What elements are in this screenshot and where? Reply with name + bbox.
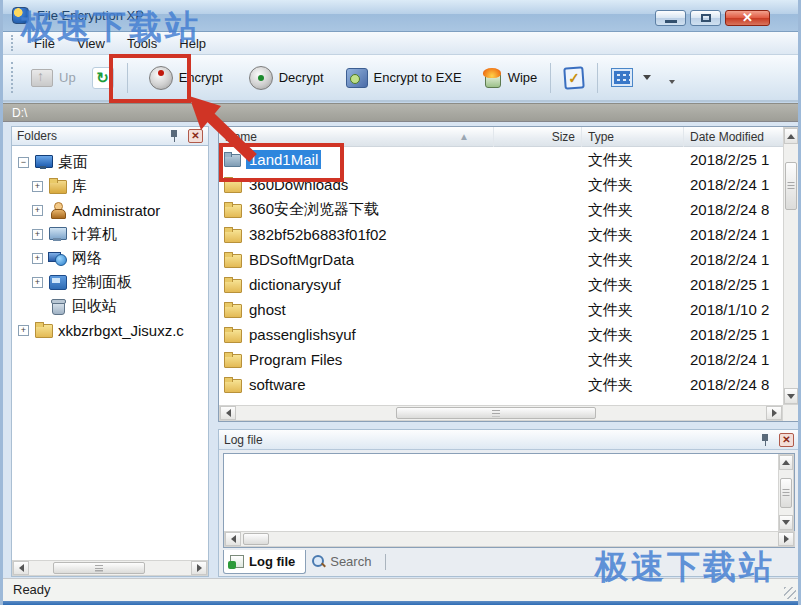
file-row-382bf52b[interactable]: 382bf52b6883f01f02 文件夹 2018/2/24 1 [219,222,783,247]
log-file-icon [230,555,244,568]
scroll-up-icon[interactable] [784,128,798,144]
up-label: Up [59,70,76,85]
scroll-right-icon[interactable] [766,406,782,420]
tree-item-desktop[interactable]: − 桌面 [12,150,208,174]
scroll-right-icon[interactable] [778,532,794,546]
toolbar-separator [127,63,128,93]
file-row-1and1mail[interactable]: 1and1Mail 文件夹 2018/2/25 1 [219,147,783,172]
log-close-button[interactable]: ✕ [779,433,794,447]
pin-icon[interactable] [759,433,771,447]
file-date: 2018/2/24 1 [690,222,783,247]
scroll-down-icon[interactable] [784,388,798,404]
views-button[interactable] [603,63,659,92]
scrollbar-thumb[interactable] [243,533,269,545]
file-list-h-scrollbar[interactable] [219,405,783,421]
tab-search[interactable]: Search [306,550,381,574]
collapse-icon[interactable]: − [18,157,29,168]
pin-icon[interactable] [168,129,180,143]
folders-close-button[interactable]: ✕ [188,129,203,143]
log-v-scrollbar[interactable] [778,454,794,531]
tree-item-libraries[interactable]: + 库 [12,174,208,198]
scroll-left-icon[interactable] [225,532,241,546]
column-header-type[interactable]: Type [582,127,684,147]
column-header-name[interactable]: Name [219,127,494,147]
file-date: 2018/2/25 1 [690,322,783,347]
folder-icon [223,177,241,192]
file-date: 2018/1/10 2 [690,297,783,322]
column-header-size[interactable]: Size [494,127,582,147]
wipe-trash-fire-icon [482,68,502,88]
scroll-left-icon[interactable] [13,561,29,575]
folder-icon [223,377,241,392]
scroll-down-icon[interactable] [779,515,793,530]
file-row-program-files[interactable]: Program Files 文件夹 2018/2/24 1 [219,347,783,372]
folder-icon [223,227,241,242]
options-button[interactable]: ✓ [556,62,592,94]
tree-item-computer[interactable]: + 计算机 [12,222,208,246]
file-type: 文件夹 [588,347,682,372]
encrypt-button[interactable]: Encrypt [141,61,231,95]
refresh-icon: ↻ [92,67,114,89]
watermark-top: 极速下载站 [21,5,201,50]
file-row-dictionarysyuf[interactable]: dictionarysyuf 文件夹 2018/2/25 1 [219,272,783,297]
column-header-date[interactable]: Date Modified [684,127,783,147]
scrollbar-thumb[interactable] [396,407,596,419]
file-name: BDSoftMgrData [246,250,357,269]
file-row-ghost[interactable]: ghost 文件夹 2018/1/10 2 [219,297,783,322]
file-row-360browser[interactable]: 360安全浏览器下载 文件夹 2018/2/24 8 [219,197,783,222]
scroll-right-icon[interactable] [191,561,207,575]
scroll-left-icon[interactable] [220,406,236,420]
tab-log-file[interactable]: Log file [223,550,306,574]
expand-icon[interactable]: + [32,205,43,216]
log-text-area[interactable] [223,453,795,548]
scrollbar-thumb[interactable] [53,562,145,574]
toolbar-overflow-icon[interactable] [669,80,675,84]
views-dropdown-icon [643,75,651,80]
expand-icon[interactable]: + [18,325,29,336]
file-row-passenglishsyuf[interactable]: passenglishsyuf 文件夹 2018/2/25 1 [219,322,783,347]
file-row-bdsoftmgrdata[interactable]: BDSoftMgrData 文件夹 2018/2/24 1 [219,247,783,272]
tree-item-label: xkbzrbgxt_Jisuxz.c [58,322,184,339]
network-icon [48,250,67,266]
up-button[interactable]: Up [23,64,84,92]
address-bar[interactable]: D:\ [3,103,798,122]
tree-item-label: 回收站 [72,297,117,316]
file-list-v-scrollbar[interactable] [783,127,799,405]
file-name: dictionarysyuf [246,275,344,294]
scrollbar-thumb[interactable] [780,478,792,508]
file-row-software[interactable]: software 文件夹 2018/2/24 8 [219,372,783,397]
encrypt-to-exe-label: Encrypt to EXE [374,70,462,85]
encrypt-to-exe-button[interactable]: Encrypt to EXE [338,63,470,93]
toolbar: Up ↻ Encrypt Decrypt Encrypt to EXE Wipe… [3,55,798,102]
scroll-up-icon[interactable] [779,455,793,470]
expand-icon[interactable]: + [32,181,43,192]
file-name: 360Downloads [246,175,351,194]
refresh-button[interactable]: ↻ [84,62,122,94]
minimize-button[interactable] [655,10,686,26]
wipe-button[interactable]: Wipe [474,63,546,93]
file-type: 文件夹 [588,147,682,172]
tree-item-administrator[interactable]: + Administrator [12,198,208,222]
expand-icon[interactable]: + [32,277,43,288]
maximize-button[interactable] [690,10,721,26]
close-button[interactable]: ✕ [725,10,770,26]
decrypt-button[interactable]: Decrypt [241,61,332,95]
file-name: passenglishsyuf [246,325,359,344]
client-area: Folders ✕ − 桌面 + 库 [3,122,798,578]
file-type: 文件夹 [588,222,682,247]
resize-grip[interactable] [784,587,796,599]
scrollbar-thumb[interactable] [785,162,797,210]
tree-item-control-panel[interactable]: + 控制面板 [12,270,208,294]
folders-h-scrollbar[interactable] [12,560,208,576]
file-type: 文件夹 [588,247,682,272]
file-row-360downloads[interactable]: 360Downloads 文件夹 2018/2/24 1 [219,172,783,197]
recycle-bin-icon [48,298,67,314]
app-window: File Encryption XP ✕ File View Tools Hel… [0,0,801,605]
expand-icon[interactable]: + [32,253,43,264]
tree-item-network[interactable]: + 网络 [12,246,208,270]
tree-item-recycle-bin[interactable]: 回收站 [12,294,208,318]
expand-icon[interactable]: + [32,229,43,240]
tree-item-xkbzrbgxt[interactable]: + xkbzrbgxt_Jisuxz.c [12,318,208,342]
file-name: Program Files [246,350,345,369]
tree-item-label: Administrator [72,202,160,219]
